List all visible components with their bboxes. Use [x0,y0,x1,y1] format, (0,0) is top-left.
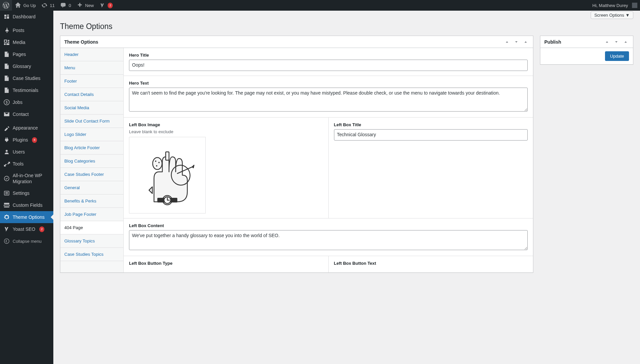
update-button[interactable]: Update [605,51,629,61]
tab-case-studies-topics[interactable]: Case Studies Topics [60,248,123,261]
sidebar-item-plugins[interactable]: Plugins8 [0,134,53,146]
menu-badge: 8 [32,137,37,143]
tab-case-studies-footer[interactable]: Case Studies Footer [60,168,123,181]
sidebar-item-testimonials[interactable]: Testimonials [0,84,53,96]
left-box-content-textarea[interactable] [129,230,528,250]
sidebar-item-label: Users [13,149,25,155]
postbox-title: Theme Options [64,39,98,45]
postbox-header: Theme Options [60,36,533,48]
tab-slide-out-contact-form[interactable]: Slide Out Contact Form [60,115,123,128]
image-preview[interactable] [129,137,206,213]
page-icon [3,87,10,94]
tab-job-page-footer[interactable]: Job Page Footer [60,208,123,221]
left-box-title-input[interactable] [334,129,528,141]
sidebar-item-case-studies[interactable]: Case Studies [0,72,53,84]
sidebar-item-label: Testimonials [13,87,38,93]
new-content-link[interactable]: New [74,0,96,11]
svg-rect-5 [4,203,9,204]
sidebar-item-pages[interactable]: Pages [0,48,53,60]
appearance-icon [3,125,10,131]
page-icon [3,63,10,70]
svg-point-17 [156,165,157,167]
left-box-image-desc: Leave blank to exclude [129,129,323,134]
tab-general[interactable]: General [60,181,123,194]
sidebar-item-settings[interactable]: Settings [0,187,53,199]
sidebar-item-label: Plugins [13,137,28,143]
left-box-button-type-label: Left Box Button Type [129,261,323,266]
settings-icon [3,190,10,196]
updates-link[interactable]: 11 [39,0,57,11]
mail-icon [3,111,10,118]
migration-icon [3,175,10,182]
sidebar-item-label: Pages [13,51,26,57]
sidebar-item-media[interactable]: Media [0,36,53,48]
sidebar-item-custom-fields[interactable]: Custom Fields [0,199,53,211]
hero-text-textarea[interactable] [129,88,528,112]
sidebar-item-label: Posts [13,27,24,33]
plus-icon [76,2,83,9]
sidebar-item-appearance[interactable]: Appearance [0,122,53,134]
tab-footer[interactable]: Footer [60,75,123,88]
sidebar-item-tools[interactable]: Tools [0,158,53,170]
publish-postbox: Publish Update [540,36,633,65]
plugin-icon [3,137,10,143]
tab-benefits-perks[interactable]: Benefits & Perks [60,194,123,208]
sidebar-item-dashboard[interactable]: Dashboard [0,11,53,23]
collapse-icon [3,238,10,244]
svg-rect-6 [4,205,9,206]
sidebar-item-all-in-one-wp-migration[interactable]: All-in-One WP Migration [0,170,53,187]
tab-glossary-topics[interactable]: Glossary Topics [60,234,123,248]
sidebar-item-glossary[interactable]: Glossary [0,60,53,72]
toggle-panel-button[interactable] [522,39,529,45]
tab-blog-categories[interactable]: Blog Categories [60,155,123,168]
sidebar-item-users[interactable]: Users [0,146,53,158]
sidebar-item-label: Contact [13,111,29,117]
sidebar-item-posts[interactable]: Posts [0,24,53,36]
sidebar-item-label: Dashboard [13,14,36,20]
tab-menu[interactable]: Menu [60,61,123,75]
publish-title: Publish [544,39,561,45]
hand-illustration [134,142,201,208]
yoast-menu[interactable]: 2 [96,0,115,11]
page-icon [3,51,10,58]
sidebar-item-label: Media [13,39,25,45]
left-box-title-label: Left Box Title [334,122,528,127]
publish-move-up-button[interactable] [604,39,610,45]
collapse-menu-button[interactable]: Collapse menu [0,235,53,247]
tab-header[interactable]: Header [60,48,123,61]
form-panel: Hero Title Hero Text Left Box Image Leav… [124,48,533,272]
yoast-badge: 2 [108,3,113,8]
sidebar-item-yoast-seo[interactable]: Yoast SEO2 [0,223,53,235]
tab-blog-article-footer[interactable]: Blog Article Footer [60,141,123,155]
sidebar-item-jobs[interactable]: $Jobs [0,96,53,108]
publish-move-down-button[interactable] [613,39,620,45]
updates-count: 11 [50,3,55,8]
publish-toggle-button[interactable] [622,39,629,45]
greeting-label: Hi, Matthew Durey [592,3,628,8]
sidebar-item-label: Jobs [13,99,23,105]
sidebar-item-theme-options[interactable]: Theme Options [0,211,53,223]
sidebar-item-label: Glossary [13,63,31,69]
user-account-link[interactable]: Hi, Matthew Durey [590,0,640,11]
tab-logo-slider[interactable]: Logo Slider [60,128,123,141]
sidebar-item-label: Tools [13,161,24,167]
move-down-button[interactable] [513,39,520,45]
admin-bar-right: Hi, Matthew Durey [590,0,640,11]
user-avatar [632,3,637,8]
yoast-icon [99,2,106,9]
left-box-image-label: Left Box Image [129,122,323,127]
dashboard-icon [3,13,10,20]
wp-logo-menu[interactable] [0,0,12,11]
move-up-button[interactable] [504,39,510,45]
site-home-link[interactable]: Go Up [12,0,39,11]
sidebar-item-label: Theme Options [13,214,45,220]
screen-options-button[interactable]: Screen Options ▼ [591,11,633,19]
hero-title-input[interactable] [129,60,528,71]
tab-social-media[interactable]: Social Media [60,101,123,115]
sidebar-item-contact[interactable]: Contact [0,108,53,120]
comments-link[interactable]: 0 [57,0,74,11]
tab-404-page[interactable]: 404 Page [60,221,123,234]
custom-fields-icon [3,202,10,208]
sidebar-item-label: Case Studies [13,75,40,81]
tab-contact-details[interactable]: Contact Details [60,88,123,101]
